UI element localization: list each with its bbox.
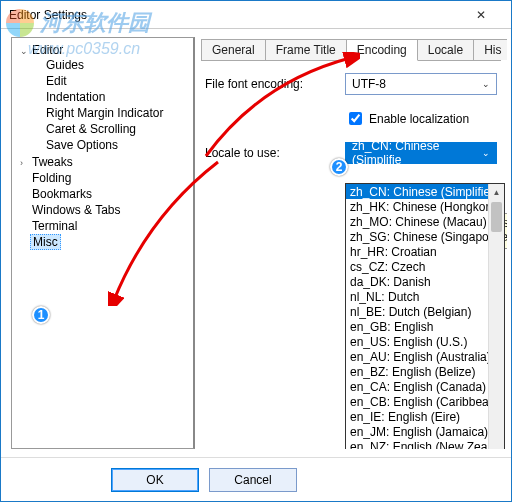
locale-option[interactable]: en_NZ: English (New Zeal <box>346 439 488 449</box>
locale-option[interactable]: nl_BE: Dutch (Belgian) <box>346 304 488 319</box>
tab-bar: GeneralFrame TitleEncodingLocaleHis ◄ ► <box>201 37 501 61</box>
tree-item[interactable]: Misc <box>18 234 191 250</box>
locale-option[interactable]: cs_CZ: Czech <box>346 259 488 274</box>
tree-item[interactable]: Edit <box>32 73 189 89</box>
tab-his[interactable]: His <box>473 39 507 60</box>
locale-option[interactable]: en_CB: English (Caribbea <box>346 394 488 409</box>
tree-item[interactable]: Right Margin Indicator <box>32 105 189 121</box>
locale-option[interactable]: en_US: English (U.S.) <box>346 334 488 349</box>
close-button[interactable]: ✕ <box>459 4 503 26</box>
tree-item[interactable]: Save Options <box>32 137 189 153</box>
dropdown-scrollbar[interactable]: ▲ ▼ <box>488 184 504 449</box>
tab-encoding[interactable]: Encoding <box>346 39 418 61</box>
close-icon: ✕ <box>476 8 486 22</box>
tree-item[interactable]: Bookmarks <box>18 186 191 202</box>
locale-option[interactable]: nl_NL: Dutch <box>346 289 488 304</box>
scroll-up-button[interactable]: ▲ <box>489 184 504 200</box>
locale-option[interactable]: en_JM: English (Jamaica) <box>346 424 488 439</box>
font-encoding-label: File font encoding: <box>205 77 345 91</box>
titlebar: Editor Settings ✕ <box>1 1 511 29</box>
tab-general[interactable]: General <box>201 39 266 60</box>
locale-option[interactable]: en_IE: English (Eire) <box>346 409 488 424</box>
enable-localization-checkbox[interactable]: Enable localization <box>345 109 469 128</box>
tree-item[interactable]: Windows & Tabs <box>18 202 191 218</box>
locale-option[interactable]: zh_MO: Chinese (Macau) <box>346 214 488 229</box>
ok-button[interactable]: OK <box>111 468 199 492</box>
tree-item-editor[interactable]: ⌄Editor GuidesEditIndentationRight Margi… <box>18 42 191 154</box>
locale-label: Locale to use: <box>205 146 345 160</box>
locale-option[interactable]: en_CA: English (Canada) <box>346 379 488 394</box>
tab-frame-title[interactable]: Frame Title <box>265 39 347 60</box>
locale-option[interactable]: en_BZ: English (Belize) <box>346 364 488 379</box>
settings-tree[interactable]: ⌄Editor GuidesEditIndentationRight Margi… <box>11 37 195 449</box>
locale-option[interactable]: en_GB: English <box>346 319 488 334</box>
locale-select[interactable]: zh_CN: Chinese (Simplifie ⌄ <box>345 142 497 164</box>
dialog-body: ⌄Editor GuidesEditIndentationRight Margi… <box>1 29 511 457</box>
locale-option[interactable]: zh_HK: Chinese (Hongkor <box>346 199 488 214</box>
enable-localization-label: Enable localization <box>369 112 469 126</box>
locale-value: zh_CN: Chinese (Simplifie <box>352 139 482 167</box>
chevron-down-icon: ⌄ <box>482 148 490 158</box>
caret-right-icon: › <box>20 158 30 168</box>
tree-item[interactable]: Indentation <box>32 89 189 105</box>
locale-option[interactable]: da_DK: Danish <box>346 274 488 289</box>
locale-option[interactable]: zh_SG: Chinese (Singapor <box>346 229 488 244</box>
dialog-footer: OK Cancel <box>1 457 511 501</box>
settings-panel: GeneralFrame TitleEncodingLocaleHis ◄ ► … <box>195 37 507 449</box>
locale-dropdown[interactable]: zh_CN: Chinese (Simplifiezh_HK: Chinese … <box>345 183 505 449</box>
caret-down-icon: ⌄ <box>20 46 30 56</box>
scroll-thumb[interactable] <box>491 202 502 232</box>
checkbox-input[interactable] <box>349 112 362 125</box>
tree-item[interactable]: Caret & Scrolling <box>32 121 189 137</box>
font-encoding-value: UTF-8 <box>352 77 386 91</box>
locale-option[interactable]: en_AU: English (Australia) <box>346 349 488 364</box>
tab-locale[interactable]: Locale <box>417 39 474 60</box>
cancel-button[interactable]: Cancel <box>209 468 297 492</box>
font-encoding-select[interactable]: UTF-8 ⌄ <box>345 73 497 95</box>
chevron-down-icon: ⌄ <box>482 79 490 89</box>
locale-option[interactable]: hr_HR: Croatian <box>346 244 488 259</box>
tree-item[interactable]: Terminal <box>18 218 191 234</box>
tree-item[interactable]: Folding <box>18 170 191 186</box>
editor-settings-dialog: Editor Settings ✕ ⌄Editor GuidesEditInde… <box>0 0 512 502</box>
tree-item[interactable]: ›Tweaks <box>18 154 191 170</box>
tree-item[interactable]: Guides <box>32 57 189 73</box>
locale-option[interactable]: zh_CN: Chinese (Simplifie <box>346 184 488 199</box>
dialog-title: Editor Settings <box>9 8 459 22</box>
